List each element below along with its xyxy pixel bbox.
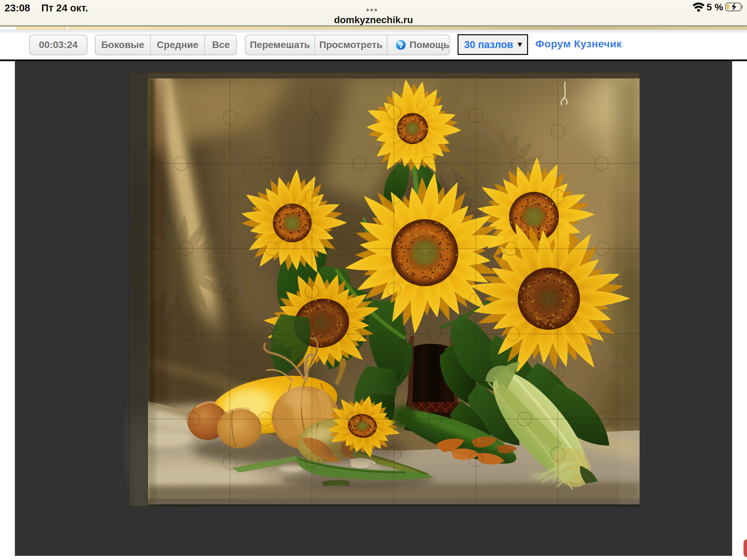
- svg-text:?: ?: [399, 41, 403, 49]
